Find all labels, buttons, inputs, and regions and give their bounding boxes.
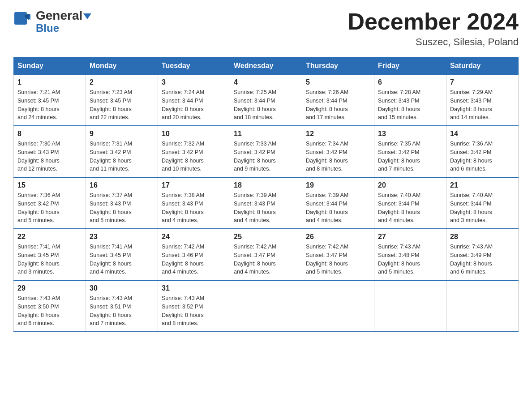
day-info: Sunrise: 7:30 AM Sunset: 3:43 PM Dayligh… — [17, 140, 82, 173]
day-number: 22 — [17, 233, 82, 241]
day-info: Sunrise: 7:28 AM Sunset: 3:43 PM Dayligh… — [378, 88, 442, 122]
logo: General Blue — [13, 9, 91, 34]
week-row-2: 8Sunrise: 7:30 AM Sunset: 3:43 PM Daylig… — [14, 126, 519, 177]
week-row-4: 22Sunrise: 7:41 AM Sunset: 3:45 PM Dayli… — [14, 229, 519, 280]
calendar-cell: 30Sunrise: 7:43 AM Sunset: 3:51 PM Dayli… — [86, 280, 158, 332]
day-info: Sunrise: 7:39 AM Sunset: 3:43 PM Dayligh… — [234, 191, 298, 225]
header-day-friday: Friday — [374, 57, 446, 75]
day-number: 9 — [90, 130, 154, 138]
day-number: 17 — [162, 181, 226, 189]
day-number: 20 — [378, 181, 442, 189]
header-day-saturday: Saturday — [446, 57, 519, 75]
day-info: Sunrise: 7:36 AM Sunset: 3:42 PM Dayligh… — [450, 140, 515, 173]
day-number: 12 — [306, 130, 370, 138]
day-info: Sunrise: 7:23 AM Sunset: 3:45 PM Dayligh… — [90, 88, 154, 122]
calendar-cell: 21Sunrise: 7:40 AM Sunset: 3:44 PM Dayli… — [446, 177, 519, 229]
day-info: Sunrise: 7:34 AM Sunset: 3:42 PM Dayligh… — [306, 140, 370, 173]
calendar-cell: 31Sunrise: 7:43 AM Sunset: 3:52 PM Dayli… — [158, 280, 230, 332]
header-row: SundayMondayTuesdayWednesdayThursdayFrid… — [14, 57, 519, 75]
calendar-cell: 25Sunrise: 7:42 AM Sunset: 3:47 PM Dayli… — [230, 229, 302, 280]
day-number: 24 — [162, 233, 226, 241]
calendar-cell: 3Sunrise: 7:24 AM Sunset: 3:44 PM Daylig… — [158, 75, 230, 126]
calendar-cell — [374, 280, 446, 332]
month-title: December 2024 — [348, 9, 519, 34]
day-number: 11 — [234, 130, 298, 138]
week-row-1: 1Sunrise: 7:21 AM Sunset: 3:45 PM Daylig… — [14, 75, 519, 126]
day-info: Sunrise: 7:40 AM Sunset: 3:44 PM Dayligh… — [450, 191, 515, 225]
day-number: 30 — [90, 284, 154, 292]
header-day-tuesday: Tuesday — [158, 57, 230, 75]
day-number: 19 — [306, 181, 370, 189]
calendar-cell: 26Sunrise: 7:42 AM Sunset: 3:47 PM Dayli… — [302, 229, 374, 280]
calendar-cell: 20Sunrise: 7:40 AM Sunset: 3:44 PM Dayli… — [374, 177, 446, 229]
week-row-3: 15Sunrise: 7:36 AM Sunset: 3:42 PM Dayli… — [14, 177, 519, 229]
day-info: Sunrise: 7:43 AM Sunset: 3:49 PM Dayligh… — [450, 243, 515, 276]
day-info: Sunrise: 7:29 AM Sunset: 3:43 PM Dayligh… — [450, 88, 515, 122]
day-number: 3 — [162, 78, 226, 86]
day-number: 26 — [306, 233, 370, 241]
calendar-cell: 2Sunrise: 7:23 AM Sunset: 3:45 PM Daylig… — [86, 75, 158, 126]
calendar-cell: 6Sunrise: 7:28 AM Sunset: 3:43 PM Daylig… — [374, 75, 446, 126]
logo-icon — [13, 11, 33, 31]
day-number: 13 — [378, 130, 442, 138]
day-number: 16 — [90, 181, 154, 189]
day-number: 29 — [17, 284, 82, 292]
day-number: 6 — [378, 78, 442, 86]
day-info: Sunrise: 7:38 AM Sunset: 3:43 PM Dayligh… — [162, 191, 226, 225]
day-number: 28 — [450, 233, 515, 241]
day-info: Sunrise: 7:41 AM Sunset: 3:45 PM Dayligh… — [90, 243, 154, 276]
day-number: 10 — [162, 130, 226, 138]
day-number: 23 — [90, 233, 154, 241]
calendar-cell: 14Sunrise: 7:36 AM Sunset: 3:42 PM Dayli… — [446, 126, 519, 177]
day-info: Sunrise: 7:43 AM Sunset: 3:48 PM Dayligh… — [378, 243, 442, 276]
day-number: 7 — [450, 78, 515, 86]
day-info: Sunrise: 7:26 AM Sunset: 3:44 PM Dayligh… — [306, 88, 370, 122]
calendar-cell — [230, 280, 302, 332]
day-number: 18 — [234, 181, 298, 189]
calendar-cell: 18Sunrise: 7:39 AM Sunset: 3:43 PM Dayli… — [230, 177, 302, 229]
day-number: 8 — [17, 130, 82, 138]
day-number: 27 — [378, 233, 442, 241]
calendar-cell: 1Sunrise: 7:21 AM Sunset: 3:45 PM Daylig… — [14, 75, 86, 126]
location-title: Suszec, Silesia, Poland — [348, 36, 519, 48]
day-info: Sunrise: 7:43 AM Sunset: 3:51 PM Dayligh… — [90, 294, 154, 328]
logo-general-text: General — [36, 9, 82, 22]
page-header: General Blue December 2024 Suszec, Siles… — [13, 9, 519, 48]
day-info: Sunrise: 7:41 AM Sunset: 3:45 PM Dayligh… — [17, 243, 82, 276]
header-day-monday: Monday — [86, 57, 158, 75]
calendar-cell: 22Sunrise: 7:41 AM Sunset: 3:45 PM Dayli… — [14, 229, 86, 280]
day-number: 21 — [450, 181, 515, 189]
calendar-cell: 9Sunrise: 7:31 AM Sunset: 3:42 PM Daylig… — [86, 126, 158, 177]
header-day-thursday: Thursday — [302, 57, 374, 75]
day-info: Sunrise: 7:35 AM Sunset: 3:42 PM Dayligh… — [378, 140, 442, 173]
day-info: Sunrise: 7:24 AM Sunset: 3:44 PM Dayligh… — [162, 88, 226, 122]
day-info: Sunrise: 7:42 AM Sunset: 3:46 PM Dayligh… — [162, 243, 226, 276]
day-info: Sunrise: 7:36 AM Sunset: 3:42 PM Dayligh… — [17, 191, 82, 225]
calendar-cell: 16Sunrise: 7:37 AM Sunset: 3:43 PM Dayli… — [86, 177, 158, 229]
header-day-sunday: Sunday — [14, 57, 86, 75]
day-info: Sunrise: 7:43 AM Sunset: 3:52 PM Dayligh… — [162, 294, 226, 328]
day-info: Sunrise: 7:32 AM Sunset: 3:42 PM Dayligh… — [162, 140, 226, 173]
calendar-cell: 13Sunrise: 7:35 AM Sunset: 3:42 PM Dayli… — [374, 126, 446, 177]
calendar-cell: 12Sunrise: 7:34 AM Sunset: 3:42 PM Dayli… — [302, 126, 374, 177]
calendar-cell: 10Sunrise: 7:32 AM Sunset: 3:42 PM Dayli… — [158, 126, 230, 177]
calendar-cell — [302, 280, 374, 332]
calendar-cell: 17Sunrise: 7:38 AM Sunset: 3:43 PM Dayli… — [158, 177, 230, 229]
logo-blue-text: Blue — [36, 23, 91, 34]
day-number: 5 — [306, 78, 370, 86]
calendar-cell: 24Sunrise: 7:42 AM Sunset: 3:46 PM Dayli… — [158, 229, 230, 280]
day-info: Sunrise: 7:33 AM Sunset: 3:42 PM Dayligh… — [234, 140, 298, 173]
calendar-table: SundayMondayTuesdayWednesdayThursdayFrid… — [13, 57, 519, 332]
calendar-cell: 27Sunrise: 7:43 AM Sunset: 3:48 PM Dayli… — [374, 229, 446, 280]
day-info: Sunrise: 7:43 AM Sunset: 3:50 PM Dayligh… — [17, 294, 82, 328]
calendar-cell: 28Sunrise: 7:43 AM Sunset: 3:49 PM Dayli… — [446, 229, 519, 280]
calendar-cell: 23Sunrise: 7:41 AM Sunset: 3:45 PM Dayli… — [86, 229, 158, 280]
calendar-header: SundayMondayTuesdayWednesdayThursdayFrid… — [14, 57, 519, 75]
day-info: Sunrise: 7:37 AM Sunset: 3:43 PM Dayligh… — [90, 191, 154, 225]
calendar-cell: 15Sunrise: 7:36 AM Sunset: 3:42 PM Dayli… — [14, 177, 86, 229]
calendar-cell: 19Sunrise: 7:39 AM Sunset: 3:44 PM Dayli… — [302, 177, 374, 229]
day-info: Sunrise: 7:25 AM Sunset: 3:44 PM Dayligh… — [234, 88, 298, 122]
calendar-cell: 4Sunrise: 7:25 AM Sunset: 3:44 PM Daylig… — [230, 75, 302, 126]
calendar-body: 1Sunrise: 7:21 AM Sunset: 3:45 PM Daylig… — [14, 75, 519, 332]
calendar-cell: 5Sunrise: 7:26 AM Sunset: 3:44 PM Daylig… — [302, 75, 374, 126]
